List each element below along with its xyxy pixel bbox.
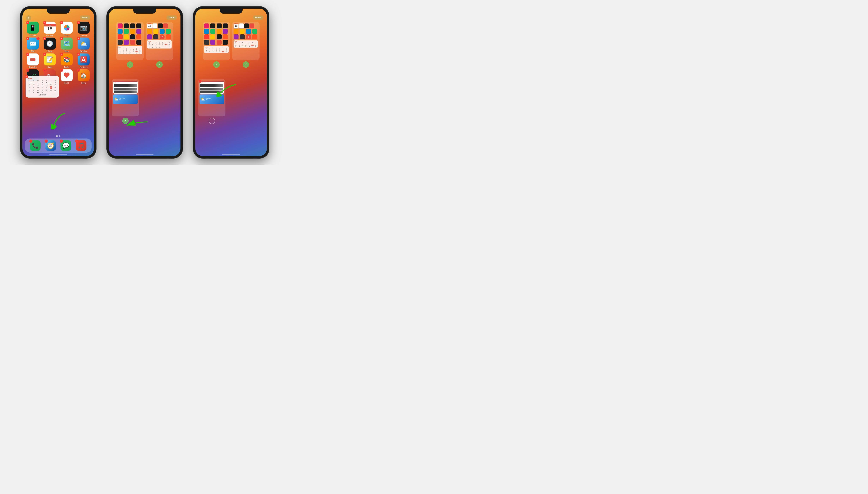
home-indicator-2	[136, 154, 154, 155]
app-grid-row1: − 📱 FaceTime − FRI 18 Calendar	[25, 22, 91, 36]
app-weather[interactable]: − ⛅ Weather	[76, 38, 91, 52]
delete-badge-dock-messages[interactable]: −	[60, 139, 63, 143]
cal-label: Calendar	[27, 94, 57, 96]
weather-label: Weather	[80, 50, 87, 52]
books-label: Books	[64, 66, 69, 68]
home-indicator-1	[50, 154, 67, 155]
mail-label: Mail	[31, 50, 34, 52]
delete-badge-appstore[interactable]: −	[77, 53, 80, 56]
app-calendar[interactable]: − FRI 18 Calendar	[42, 22, 57, 36]
app-facetime[interactable]: − 📱 FaceTime	[25, 22, 40, 36]
delete-badge-camera[interactable]: −	[77, 21, 80, 24]
phone-1: Done + − 📱 FaceTime − FRI 18	[20, 6, 96, 158]
phone-3-screen: Done	[195, 8, 267, 156]
appstore-label: App Store	[80, 66, 88, 68]
notch-1	[47, 8, 70, 14]
delete-badge-books[interactable]: −	[60, 53, 63, 56]
done-button-2[interactable]: Done	[166, 15, 177, 20]
page-p3-3-check[interactable]	[209, 118, 215, 124]
delete-badge-photos[interactable]: −	[60, 21, 63, 24]
app-mail[interactable]: − ✉️ 1 Mail	[25, 38, 40, 52]
clock-label: Clock	[47, 50, 52, 52]
photos-label: Photos	[64, 34, 69, 36]
page-thumb-p3-2-inner: FRI 18	[232, 22, 259, 60]
page-thumb-1-inner: JUNE MTWTFSS 12345 6789101112 1314151617…	[116, 22, 143, 60]
app-notes[interactable]: − 📝 Notes	[42, 54, 57, 68]
delete-badge-widget[interactable]: −	[25, 75, 28, 78]
calendar-widget-1: − JUNE MTWTFSS 12345 6789101112 13141516…	[25, 76, 59, 98]
page-dots-1	[56, 135, 60, 137]
camera-label: Camera	[80, 34, 87, 36]
dot-1	[56, 135, 58, 137]
news-widget-mini: Top Stories	[113, 81, 138, 94]
delete-badge-maps[interactable]: −	[60, 37, 63, 40]
notch-3	[220, 8, 243, 14]
delete-badge-news[interactable]: −	[43, 69, 46, 72]
arrow-2	[123, 118, 151, 130]
dock-music[interactable]: − 🎵	[76, 140, 86, 151]
health-label: Health	[64, 82, 69, 84]
page-thumb-1[interactable]: JUNE MTWTFSS 12345 6789101112 1314151617…	[116, 22, 143, 68]
app-grid-row3: − Reminders − 📝 Notes	[25, 54, 91, 68]
delete-badge-reminders[interactable]: −	[26, 53, 29, 56]
home-indicator-3	[222, 154, 240, 155]
dock-messages[interactable]: − 💬	[60, 140, 71, 151]
arrow-3	[216, 83, 239, 98]
app-maps[interactable]: − 🗺️ Maps	[59, 38, 74, 52]
page-thumbs-row1-p3: JUNE MTWTFSS 12345 6789101112 1314151617…	[198, 22, 264, 68]
page-2-check[interactable]: ✓	[156, 61, 163, 68]
delete-badge-dock-phone[interactable]: −	[29, 139, 33, 143]
arrow-1	[51, 112, 68, 130]
phone-1-screen: Done + − 📱 FaceTime − FRI 18	[22, 8, 94, 156]
page-thumb-2[interactable]: FRI 18	[146, 22, 173, 68]
delete-badge-news-widget[interactable]: −	[199, 80, 201, 83]
page-p3-1-check[interactable]: ✓	[213, 61, 220, 68]
delete-badge-facetime[interactable]: −	[26, 21, 29, 24]
page-thumb-3[interactable]: Top Stories ⛅ Partly Cloudy 72°F ✓	[112, 79, 139, 124]
app-books[interactable]: − 📚 Books	[59, 54, 74, 68]
reminders-label: Reminders	[28, 66, 37, 68]
calendar-label: Calendar	[46, 34, 54, 36]
dock-safari[interactable]: − 🧭	[45, 140, 56, 151]
page-1-check[interactable]: ✓	[127, 61, 133, 68]
page-thumb-3-inner: Top Stories ⛅ Partly Cloudy 72°F	[112, 79, 139, 116]
dock-phone[interactable]: − 📞	[30, 140, 41, 151]
delete-badge-stocks[interactable]: −	[26, 69, 29, 72]
phone-2: Done	[107, 6, 182, 158]
app-appstore[interactable]: − 🅰️ App Store	[76, 54, 91, 68]
delete-badge-weather[interactable]: −	[77, 37, 80, 40]
app-camera[interactable]: − 📷 Camera	[76, 22, 91, 36]
page-thumb-p3-2[interactable]: FRI 18	[232, 22, 259, 68]
page-thumb-p3-1[interactable]: JUNE MTWTFSS 12345 6789101112 1314151617…	[203, 22, 230, 68]
notes-label: Notes	[47, 66, 52, 68]
delete-badge-notes[interactable]: −	[43, 53, 46, 56]
done-button-1[interactable]: Done	[80, 15, 91, 20]
maps-label: Maps	[64, 50, 69, 52]
app-clock[interactable]: − 🕐 Clock	[42, 38, 57, 52]
mail-badge: 1	[36, 37, 40, 40]
calendar-day: 18	[47, 26, 52, 31]
delete-badge-health[interactable]: −	[60, 69, 63, 72]
phone-2-screen: Done	[109, 8, 180, 156]
delete-badge-home[interactable]: −	[77, 69, 80, 72]
cal-grid: MTWTFSS 12345 6789101112 13141516171819 …	[27, 80, 57, 93]
app-photos[interactable]: − Photos	[59, 22, 74, 36]
notch-2	[133, 8, 156, 14]
cal-month: JUNE	[27, 77, 57, 79]
delete-badge-dock-safari[interactable]: −	[45, 139, 48, 143]
app-grid-row2: − ✉️ 1 Mail − 🕐 Clock − 🗺️	[25, 38, 91, 52]
plus-button-1[interactable]: +	[26, 15, 31, 21]
done-button-3[interactable]: Done	[253, 15, 264, 20]
page-thumbs-row1: JUNE MTWTFSS 12345 6789101112 1314151617…	[112, 22, 178, 68]
phone-3: Done	[193, 6, 269, 158]
delete-badge-clock[interactable]: −	[43, 37, 46, 40]
app-health[interactable]: − Health	[59, 69, 74, 84]
delete-badge-calendar[interactable]: −	[43, 21, 46, 24]
app-reminders[interactable]: − Reminders	[25, 54, 40, 68]
app-home[interactable]: − 🏠 Home	[76, 69, 91, 84]
dock-1: − 📞 − 🧭 − 💬 − 🎵	[25, 138, 92, 153]
delete-badge-mail[interactable]: −	[26, 37, 29, 40]
page-p3-2-check[interactable]: ✓	[243, 61, 249, 68]
home-label: Home	[81, 82, 86, 84]
delete-badge-dock-music[interactable]: −	[75, 139, 78, 143]
